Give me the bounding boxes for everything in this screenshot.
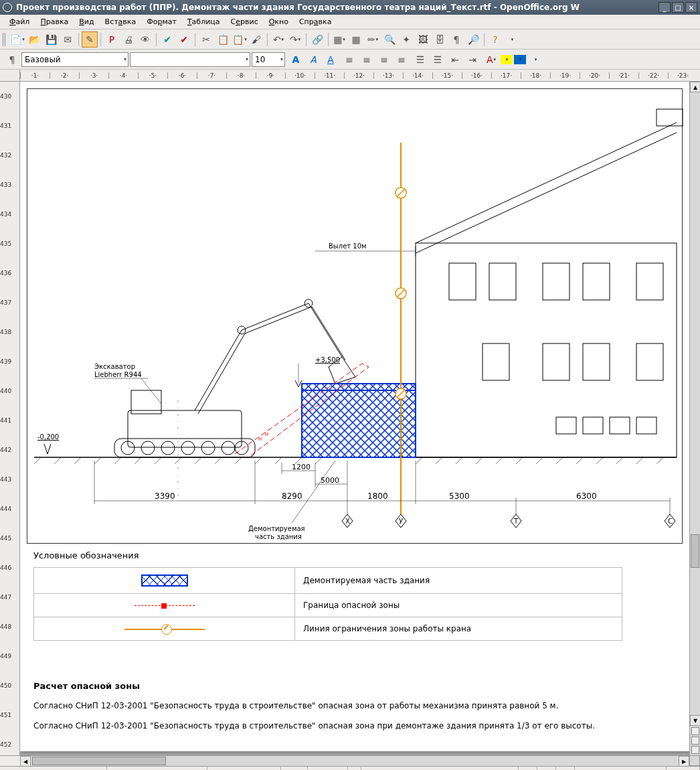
help-button[interactable]: ?	[487, 31, 503, 48]
svg-line-16	[416, 457, 422, 464]
size-combo[interactable]: 10▾	[252, 52, 285, 67]
underline-button[interactable]: A	[323, 52, 339, 68]
svg-text:Liebherr R944: Liebherr R944	[94, 371, 142, 378]
menu-edit[interactable]: Правка	[35, 15, 74, 28]
status-std[interactable]: СТАНД	[308, 767, 348, 770]
email-button[interactable]: ✉	[60, 31, 76, 48]
svg-point-32	[141, 441, 155, 455]
close-button[interactable]: ×	[685, 2, 697, 13]
draw-button[interactable]: ✏▾	[365, 31, 381, 48]
view-book-icon[interactable]: 📖	[556, 767, 575, 770]
status-sel-icon[interactable]: ◫	[348, 767, 361, 770]
new-doc-button[interactable]: 📄▾	[9, 31, 25, 48]
grid-button[interactable]: ▦	[348, 31, 364, 48]
bullets-button[interactable]: ☰	[430, 52, 446, 68]
scroll-right-button[interactable]: ▶	[679, 756, 689, 767]
nonprint-button[interactable]: ¶	[448, 31, 464, 48]
minimize-button[interactable]: _	[659, 2, 671, 13]
print-button[interactable]: 🖨	[120, 31, 137, 48]
menu-insert[interactable]: Вставка	[100, 15, 142, 28]
edit-mode-button[interactable]: ✎	[82, 31, 98, 48]
horizontal-ruler[interactable]: ·1··2··3··4··5··6··7··8··9··10··11··12··…	[20, 70, 689, 82]
indent-dec-button[interactable]: ⇤	[447, 52, 463, 68]
menu-tools[interactable]: Сервис	[226, 15, 264, 28]
vertical-ruler[interactable]: 4304314324334344354364374384394404414424…	[0, 82, 20, 755]
datasource-button[interactable]: 🗄	[432, 31, 448, 48]
svg-rect-48	[583, 263, 610, 300]
cut-button[interactable]: ✂	[198, 31, 214, 48]
page-area[interactable]: Экскаватор Liebherr R944	[20, 82, 689, 755]
format-more[interactable]: ▾	[527, 52, 543, 68]
status-zoom[interactable]: 110%	[667, 767, 700, 770]
status-ins[interactable]: ВСТ	[281, 767, 308, 770]
calc-paragraph: Согласно СНиП 12-03-2001 "Безопасность т…	[33, 721, 595, 730]
undo-button[interactable]: ↶▾	[270, 31, 286, 48]
svg-line-26	[616, 457, 623, 464]
open-button[interactable]: 📂	[26, 31, 42, 48]
fontcolor-button[interactable]: A▾	[483, 52, 499, 68]
vertical-scrollbar[interactable]: ▲ ▼	[689, 82, 700, 755]
ruler-corner	[0, 70, 20, 82]
bold-button[interactable]: A	[288, 52, 304, 68]
scroll-down-button[interactable]: ▼	[690, 715, 700, 726]
svg-rect-50	[483, 343, 509, 380]
calc-paragraph: Согласно СНиП 12-03-2001 "Безопасность т…	[33, 701, 558, 710]
spellcheck-button[interactable]: ✔	[159, 31, 175, 48]
bgcolor-button[interactable]: ▾	[514, 55, 526, 64]
font-combo[interactable]: ▾	[130, 52, 250, 67]
align-center-button[interactable]: ≡	[359, 52, 375, 68]
table-button[interactable]: ▦▾	[331, 31, 347, 48]
status-lang[interactable]: Русский	[207, 767, 281, 770]
italic-button[interactable]: A	[305, 52, 321, 68]
svg-text:3390: 3390	[155, 491, 175, 501]
view-single-icon[interactable]: ▭	[519, 767, 537, 770]
table-row: Демонтируемая часть здания	[34, 568, 622, 594]
copy-button[interactable]: 📋	[215, 31, 231, 48]
status-bar: Страница 1 / 1 Обычный Русский ВСТ СТАНД…	[0, 766, 700, 770]
menu-format[interactable]: Формат	[141, 15, 182, 28]
indent-inc-button[interactable]: ⇥	[464, 52, 480, 68]
maximize-button[interactable]: □	[672, 2, 684, 13]
paste-button[interactable]: 📋▾	[232, 31, 248, 48]
navigator-button[interactable]: ✦	[398, 31, 414, 48]
numbering-button[interactable]: ☰	[412, 52, 428, 68]
toolbar-grip[interactable]	[3, 33, 7, 46]
hatch-icon	[141, 574, 188, 587]
scroll-left-button[interactable]: ◀	[20, 756, 31, 767]
autospell-button[interactable]: ✔	[176, 31, 192, 48]
status-style[interactable]: Обычный	[107, 767, 207, 770]
align-right-button[interactable]: ≡	[376, 52, 392, 68]
view-multi-icon[interactable]: ▭▭	[537, 767, 556, 770]
menu-help[interactable]: Справка	[294, 15, 337, 28]
redo-button[interactable]: ↷▾	[287, 31, 303, 48]
scroll-up-button[interactable]: ▲	[690, 82, 700, 92]
format-paint-button[interactable]: 🖌	[248, 31, 264, 48]
menu-table[interactable]: Таблица	[182, 15, 226, 28]
styles-button[interactable]: ¶	[4, 52, 20, 68]
svg-line-21	[516, 457, 523, 464]
preview-button[interactable]: 👁	[137, 31, 153, 48]
svg-point-33	[161, 441, 175, 455]
hyperlink-button[interactable]: 🔗	[309, 31, 325, 48]
menu-view[interactable]: Вид	[74, 15, 99, 28]
toolbar-more[interactable]: ▾	[504, 31, 520, 48]
highlight-button[interactable]: ▾	[501, 55, 513, 64]
status-page: Страница 1 / 1	[0, 767, 107, 770]
align-left-button[interactable]: ≡	[341, 52, 357, 68]
scroll-thumb[interactable]	[32, 757, 166, 765]
save-button[interactable]: 💾	[43, 31, 59, 48]
svg-line-23	[556, 457, 563, 464]
align-justify-button[interactable]: ≡	[393, 52, 410, 68]
menu-file[interactable]: Файл	[4, 15, 35, 28]
scroll-thumb[interactable]	[691, 534, 699, 568]
menu-window[interactable]: Окно	[264, 15, 294, 28]
style-combo[interactable]: Базовый▾	[21, 52, 128, 67]
find-button[interactable]: 🔍	[381, 31, 398, 48]
zoom-button[interactable]: 🔎	[465, 31, 481, 48]
nav-icons[interactable]	[690, 726, 700, 755]
gallery-button[interactable]: 🖼	[415, 31, 431, 48]
svg-rect-45	[449, 263, 476, 300]
pdf-export-button[interactable]: P	[104, 31, 120, 48]
horizontal-scrollbar[interactable]: ◀ ▶	[20, 755, 689, 766]
svg-rect-52	[583, 343, 610, 380]
